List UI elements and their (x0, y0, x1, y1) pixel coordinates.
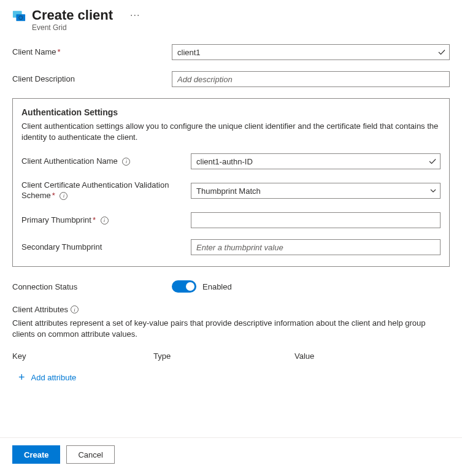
client-name-input[interactable] (172, 44, 450, 60)
required-indicator: * (52, 191, 55, 200)
footer: Create Cancel (12, 445, 115, 464)
svg-rect-1 (16, 14, 25, 21)
client-attributes-label: Client Attributes (12, 305, 68, 314)
attr-col-key: Key (12, 351, 153, 361)
client-description-row: Client Description (12, 71, 450, 87)
validation-scheme-row: Client Certificate Authentication Valida… (21, 180, 441, 201)
primary-thumbprint-label: Primary Thumbprint (21, 215, 91, 225)
add-attribute-label: Add attribute (31, 373, 77, 382)
plus-icon: + (18, 372, 25, 383)
create-button[interactable]: Create (12, 445, 60, 464)
attributes-table-header: Key Type Value (12, 351, 450, 361)
client-description-label: Client Description (12, 74, 75, 83)
attr-col-type: Type (153, 351, 295, 361)
page-title: Create client (32, 7, 113, 23)
secondary-thumbprint-input[interactable] (191, 239, 441, 255)
validation-scheme-select[interactable] (191, 183, 441, 199)
more-icon[interactable]: ··· (130, 10, 140, 21)
page-header: Create client Event Grid ··· (0, 0, 462, 36)
client-attributes-label-row: Client Attributes i (12, 305, 450, 314)
info-icon[interactable]: i (101, 217, 109, 225)
auth-name-row: Client Authentication Name i (21, 153, 441, 169)
authentication-settings-panel: Authentication Settings Client authentic… (12, 98, 450, 267)
footer-divider (0, 437, 462, 438)
connection-status-state: Enabled (202, 282, 232, 291)
attr-col-value: Value (295, 351, 450, 361)
client-attributes-description: Client attributes represent a set of key… (12, 318, 450, 339)
info-icon[interactable]: i (71, 305, 79, 313)
add-attribute-button[interactable]: + Add attribute (12, 372, 76, 383)
required-indicator: * (93, 215, 96, 225)
secondary-thumbprint-label: Secondary Thumbprint (21, 242, 102, 251)
auth-panel-description: Client authentication settings allow you… (21, 121, 441, 142)
client-name-label: Client Name (12, 47, 56, 56)
secondary-thumbprint-row: Secondary Thumbprint (21, 239, 441, 255)
auth-name-input[interactable] (191, 153, 441, 169)
connection-status-label: Connection Status (12, 282, 77, 291)
validation-scheme-label: Client Certificate Authentication Valida… (21, 180, 169, 200)
event-grid-icon (12, 10, 26, 23)
primary-thumbprint-row: Primary Thumbprint* i (21, 212, 441, 228)
page-subtitle: Event Grid (32, 23, 113, 32)
primary-thumbprint-input[interactable] (191, 212, 441, 228)
auth-name-label: Client Authentication Name (21, 156, 118, 166)
connection-status-toggle[interactable] (172, 280, 196, 293)
required-indicator: * (58, 47, 61, 56)
auth-panel-heading: Authentication Settings (21, 107, 441, 117)
cancel-button[interactable]: Cancel (66, 445, 114, 464)
client-name-row: Client Name* (12, 44, 450, 60)
connection-status-row: Connection Status Enabled (12, 280, 450, 293)
info-icon[interactable]: i (122, 158, 130, 166)
client-description-input[interactable] (172, 71, 450, 87)
info-icon[interactable]: i (60, 192, 67, 200)
